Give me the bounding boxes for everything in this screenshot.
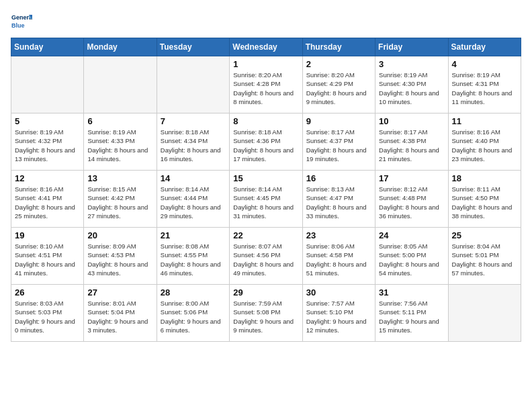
day-number: 10: [379, 116, 444, 126]
cell-sunrise: Sunrise: 8:00 AM: [161, 299, 226, 308]
cell-sunrise: Sunrise: 7:56 AM: [379, 299, 444, 308]
cell-sunset: Sunset: 4:30 PM: [379, 79, 444, 88]
cell-sunrise: Sunrise: 8:18 AM: [233, 128, 298, 136]
cell-daylight: Daylight: 8 hours and 16 minutes.: [161, 146, 226, 164]
logo-icon: General Blue: [11, 11, 32, 32]
cell-sunset: Sunset: 4:51 PM: [15, 250, 80, 259]
calendar-cell: 12 Sunrise: 8:16 AM Sunset: 4:41 PM Dayl…: [11, 171, 84, 228]
page-header: General Blue: [11, 11, 521, 32]
cell-sunset: Sunset: 4:33 PM: [87, 136, 152, 145]
cell-sunrise: Sunrise: 8:03 AM: [15, 299, 80, 308]
cell-daylight: Daylight: 8 hours and 9 minutes.: [306, 89, 371, 107]
cell-sunset: Sunset: 5:01 PM: [452, 250, 517, 259]
cell-daylight: Daylight: 8 hours and 57 minutes.: [452, 260, 517, 278]
cell-daylight: Daylight: 8 hours and 33 minutes.: [306, 203, 371, 221]
cell-sunset: Sunset: 5:10 PM: [306, 308, 371, 316]
calendar-cell: 31 Sunrise: 7:56 AM Sunset: 5:11 PM Dayl…: [375, 285, 448, 342]
cell-sunrise: Sunrise: 8:19 AM: [452, 71, 517, 79]
day-number: 15: [233, 173, 298, 183]
calendar-week-row: 12 Sunrise: 8:16 AM Sunset: 4:41 PM Dayl…: [11, 171, 521, 228]
cell-sunrise: Sunrise: 8:14 AM: [161, 185, 226, 193]
cell-daylight: Daylight: 8 hours and 11 minutes.: [452, 89, 517, 107]
weekday-header: Monday: [84, 38, 157, 56]
cell-daylight: Daylight: 8 hours and 27 minutes.: [87, 203, 152, 221]
day-number: 1: [233, 59, 298, 69]
calendar-cell: 17 Sunrise: 8:12 AM Sunset: 4:48 PM Dayl…: [375, 171, 448, 228]
cell-daylight: Daylight: 8 hours and 14 minutes.: [87, 146, 152, 164]
cell-daylight: Daylight: 8 hours and 17 minutes.: [233, 146, 298, 164]
cell-sunrise: Sunrise: 8:20 AM: [233, 71, 298, 79]
day-number: 17: [379, 173, 444, 183]
cell-daylight: Daylight: 8 hours and 13 minutes.: [15, 146, 80, 164]
calendar-cell: 26 Sunrise: 8:03 AM Sunset: 5:03 PM Dayl…: [11, 285, 84, 342]
weekday-header: Saturday: [448, 38, 521, 56]
cell-sunset: Sunset: 4:40 PM: [452, 136, 517, 145]
cell-sunset: Sunset: 4:45 PM: [233, 193, 298, 202]
calendar-cell: 29 Sunrise: 7:59 AM Sunset: 5:08 PM Dayl…: [230, 285, 302, 342]
day-number: 4: [452, 59, 517, 69]
cell-sunrise: Sunrise: 8:15 AM: [87, 185, 152, 193]
day-number: 8: [233, 116, 298, 126]
calendar-cell: 18 Sunrise: 8:11 AM Sunset: 4:50 PM Dayl…: [448, 171, 521, 228]
cell-daylight: Daylight: 8 hours and 41 minutes.: [15, 260, 80, 278]
cell-sunset: Sunset: 5:06 PM: [161, 308, 226, 316]
cell-daylight: Daylight: 9 hours and 9 minutes.: [233, 317, 298, 335]
cell-daylight: Daylight: 9 hours and 3 minutes.: [87, 317, 152, 335]
calendar-cell: [11, 56, 84, 113]
cell-sunset: Sunset: 4:48 PM: [379, 193, 444, 202]
calendar-cell: 7 Sunrise: 8:18 AM Sunset: 4:34 PM Dayli…: [157, 113, 229, 171]
calendar-week-row: 26 Sunrise: 8:03 AM Sunset: 5:03 PM Dayl…: [11, 285, 521, 342]
cell-daylight: Daylight: 8 hours and 29 minutes.: [161, 203, 226, 221]
cell-sunrise: Sunrise: 8:12 AM: [379, 185, 444, 193]
day-number: 29: [233, 287, 298, 298]
cell-daylight: Daylight: 8 hours and 31 minutes.: [233, 203, 298, 221]
calendar-cell: 11 Sunrise: 8:16 AM Sunset: 4:40 PM Dayl…: [448, 113, 521, 171]
day-number: 3: [379, 59, 444, 69]
cell-daylight: Daylight: 8 hours and 51 minutes.: [306, 260, 371, 278]
cell-sunset: Sunset: 4:47 PM: [306, 193, 371, 202]
cell-sunset: Sunset: 5:03 PM: [15, 308, 80, 316]
day-number: 5: [15, 116, 80, 126]
cell-daylight: Daylight: 8 hours and 25 minutes.: [15, 203, 80, 221]
calendar-cell: 16 Sunrise: 8:13 AM Sunset: 4:47 PM Dayl…: [302, 171, 375, 228]
cell-sunset: Sunset: 5:00 PM: [379, 250, 444, 259]
cell-daylight: Daylight: 9 hours and 12 minutes.: [306, 317, 371, 335]
cell-sunset: Sunset: 4:36 PM: [233, 136, 298, 145]
calendar-cell: 2 Sunrise: 8:20 AM Sunset: 4:29 PM Dayli…: [302, 56, 375, 113]
calendar-cell: 5 Sunrise: 8:19 AM Sunset: 4:32 PM Dayli…: [11, 113, 84, 171]
cell-sunset: Sunset: 4:58 PM: [306, 250, 371, 259]
cell-daylight: Daylight: 8 hours and 54 minutes.: [379, 260, 444, 278]
calendar-cell: 14 Sunrise: 8:14 AM Sunset: 4:44 PM Dayl…: [157, 171, 229, 228]
calendar-cell: 22 Sunrise: 8:07 AM Sunset: 4:56 PM Dayl…: [230, 228, 302, 285]
cell-sunset: Sunset: 4:38 PM: [379, 136, 444, 145]
day-number: 21: [161, 230, 226, 240]
calendar-cell: 19 Sunrise: 8:10 AM Sunset: 4:51 PM Dayl…: [11, 228, 84, 285]
cell-daylight: Daylight: 9 hours and 15 minutes.: [379, 317, 444, 335]
weekday-header: Wednesday: [230, 38, 302, 56]
cell-sunrise: Sunrise: 8:19 AM: [379, 71, 444, 79]
calendar-cell: 8 Sunrise: 8:18 AM Sunset: 4:36 PM Dayli…: [230, 113, 302, 171]
cell-sunrise: Sunrise: 8:20 AM: [306, 71, 371, 79]
day-number: 18: [452, 173, 517, 183]
calendar-cell: 27 Sunrise: 8:01 AM Sunset: 5:04 PM Dayl…: [84, 285, 157, 342]
cell-sunrise: Sunrise: 8:06 AM: [306, 242, 371, 250]
cell-sunrise: Sunrise: 8:17 AM: [306, 128, 371, 136]
calendar-cell: 10 Sunrise: 8:17 AM Sunset: 4:38 PM Dayl…: [375, 113, 448, 171]
cell-sunrise: Sunrise: 8:16 AM: [452, 128, 517, 136]
calendar-cell: 21 Sunrise: 8:08 AM Sunset: 4:55 PM Dayl…: [157, 228, 229, 285]
cell-sunset: Sunset: 4:34 PM: [161, 136, 226, 145]
calendar-cell: 9 Sunrise: 8:17 AM Sunset: 4:37 PM Dayli…: [302, 113, 375, 171]
cell-sunset: Sunset: 4:41 PM: [15, 193, 80, 202]
cell-daylight: Daylight: 9 hours and 0 minutes.: [15, 317, 80, 335]
cell-sunset: Sunset: 4:29 PM: [306, 79, 371, 88]
svg-text:Blue: Blue: [11, 22, 25, 29]
cell-sunrise: Sunrise: 8:04 AM: [452, 242, 517, 250]
cell-sunrise: Sunrise: 8:01 AM: [87, 299, 152, 308]
cell-daylight: Daylight: 8 hours and 43 minutes.: [87, 260, 152, 278]
weekday-header: Sunday: [11, 38, 84, 56]
day-number: 23: [306, 230, 371, 240]
cell-sunset: Sunset: 4:50 PM: [452, 193, 517, 202]
cell-sunrise: Sunrise: 8:14 AM: [233, 185, 298, 193]
calendar-cell: [448, 285, 521, 342]
cell-sunset: Sunset: 5:08 PM: [233, 308, 298, 316]
